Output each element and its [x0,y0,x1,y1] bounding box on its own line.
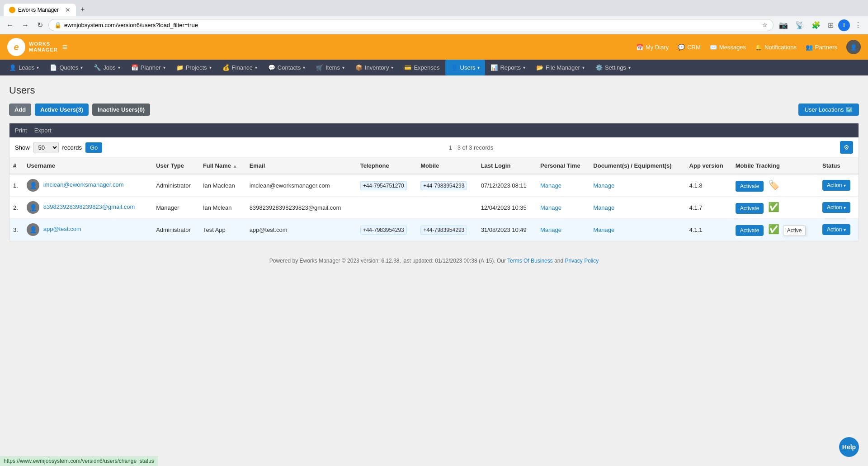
back-btn[interactable]: ← [4,19,16,31]
crm-link[interactable]: 💬 CRM [678,44,701,51]
tab-title: Eworks Manager [18,7,59,13]
nav-users[interactable]: 👤 Users ▾ [445,60,486,75]
nav-contacts[interactable]: 💬 Contacts ▾ [263,60,311,75]
notifications-link[interactable]: 🔔 Notifications [755,44,797,51]
row1-action-btn[interactable]: Action ▾ [822,180,850,191]
browser-controls: ← → ↻ 🔒 ewmjobsystem.com/version6/users?… [0,16,868,34]
cast-btn[interactable]: 📡 [793,19,807,31]
reload-btn[interactable]: ↻ [34,19,46,31]
address-bar[interactable]: 🔒 ewmjobsystem.com/version6/users?load_f… [48,19,774,31]
col-username: Username [23,158,152,174]
jobs-caret: ▾ [118,65,120,70]
row2-documents-link[interactable]: Manage [593,204,614,211]
nav-reports[interactable]: 📊 Reports ▾ [485,60,531,75]
row1-personal-time-link[interactable]: Manage [540,182,561,189]
row2-status-icon: ✅ [768,202,779,212]
row2-activate-btn[interactable]: Activate [736,203,764,214]
col-documents: Document(s) / Equipment(s) [590,158,685,174]
nav-projects[interactable]: 📁 Projects ▾ [171,60,217,75]
nav-items[interactable]: 🛒 Items ▾ [311,60,350,75]
avatar-icon: 👤 [850,44,857,51]
inactive-users-button[interactable]: Inactive Users(0) [92,104,150,116]
col-mobile-tracking: Mobile Tracking [732,158,819,174]
row2-num: 2. [9,197,23,219]
nav-inventory[interactable]: 📦 Inventory ▾ [350,60,399,75]
row3-activate-btn[interactable]: Activate [736,225,764,236]
extensions-btn[interactable]: 🧩 [809,19,823,31]
row3-full-name: Test App [199,219,246,241]
row3-username-link[interactable]: app@test.com [43,226,81,232]
active-users-button[interactable]: Active Users(3) [35,104,89,116]
row3-user-type: Administrator [152,219,199,241]
privacy-policy-link[interactable]: Privacy Policy [565,258,599,264]
footer-text-before: Powered by Eworks Manager © 2023 version… [269,258,507,264]
new-tab-btn[interactable]: + [76,3,89,16]
nav-jobs[interactable]: 🔧 Jobs ▾ [88,60,125,75]
expenses-icon: 💳 [404,64,411,71]
finance-icon: 💰 [222,64,230,71]
print-link[interactable]: Print [15,127,27,134]
nav-file-manager[interactable]: 📂 File Manager ▾ [531,60,590,75]
row2-mobile [417,197,477,219]
header-right: 📅 My Diary 💬 CRM ✉️ Messages 🔔 Notificat… [636,40,861,54]
row2-action-btn[interactable]: Action ▾ [822,202,850,213]
nav-planner[interactable]: 📅 Planner ▾ [126,60,171,75]
nav-leads[interactable]: 👤 Leads ▾ [4,60,44,75]
user-locations-button[interactable]: User Locations 🗺️ [798,104,859,116]
terms-of-business-link[interactable]: Terms Of Business [507,258,553,264]
row2-app-version: 4.1.7 [686,197,732,219]
sort-icon[interactable]: ▲ [233,164,237,169]
records-per-page-select[interactable]: 50 100 All [33,142,59,153]
bell-icon: 🔔 [755,44,762,51]
nav-quotes[interactable]: 📄 Quotes ▾ [44,60,88,75]
app-logo[interactable]: e WORKS MANAGER [7,38,58,56]
add-user-button[interactable]: Add [9,104,31,116]
row3-username: 👤 app@test.com [23,219,152,241]
row3-action-btn[interactable]: Action ▾ [822,224,850,235]
browser-chrome: Eworks Manager ✕ + [0,0,868,16]
partners-link[interactable]: 👥 Partners [806,44,837,51]
row2-email: 839823928398239823@gmail.com [246,197,357,219]
row2-username-link[interactable]: 839823928398239823@gmail.com [43,203,135,210]
sidebar-toggle-btn[interactable]: ⊞ [825,19,836,31]
diary-icon: 📅 [636,44,643,51]
row3-app-version: 4.1.1 [686,219,732,241]
my-diary-link[interactable]: 📅 My Diary [636,44,669,51]
table-header: # Username User Type Full Name ▲ Email T… [9,158,859,174]
row3-last-login: 31/08/2023 10:49 [477,219,537,241]
user-avatar[interactable]: 👤 [846,40,861,54]
row3-email: app@test.com [246,219,357,241]
hamburger-menu[interactable]: ≡ [62,42,68,52]
row2-user-type: Manager [152,197,199,219]
row3-status-icon: ✅ [768,224,779,234]
nav-finance[interactable]: 💰 Finance ▾ [217,60,263,75]
row1-documents-link[interactable]: Manage [593,182,614,189]
nav-expenses[interactable]: 💳 Expenses [399,60,445,75]
row1-activate-btn[interactable]: Activate [736,181,764,192]
row3-personal-time-link[interactable]: Manage [540,226,561,233]
table-settings-gear[interactable]: ⚙ [840,141,853,154]
row2-personal-time-link[interactable]: Manage [540,204,561,211]
row1-avatar: 👤 [27,179,39,192]
export-link[interactable]: Export [34,127,52,134]
row2-personal-time: Manage [537,197,590,219]
row1-username-link[interactable]: imclean@eworksmanager.com [43,181,124,188]
logo-text: WORKS MANAGER [29,41,58,53]
row2-status: Action ▾ [819,197,859,219]
inventory-icon: 📦 [355,64,363,71]
forward-btn[interactable]: → [19,19,32,31]
settings-caret: ▾ [628,65,631,70]
row3-documents-link[interactable]: Manage [593,226,614,233]
active-tab[interactable]: Eworks Manager ✕ [4,4,76,16]
url-input[interactable]: ewmjobsystem.com/version6/users?load_fil… [64,22,760,28]
tab-close-btn[interactable]: ✕ [65,6,71,14]
browser-menu-btn[interactable]: ⋮ [852,19,864,31]
nav-settings[interactable]: ⚙️ Settings ▾ [590,60,636,75]
browser-profile[interactable]: I [838,19,850,31]
table-options: Show 50 100 All records Go [15,142,102,153]
screenshot-btn[interactable]: 📷 [776,19,791,31]
items-caret: ▾ [342,65,344,70]
go-button[interactable]: Go [85,142,102,153]
messages-link[interactable]: ✉️ Messages [710,44,746,51]
reports-caret: ▾ [523,65,525,70]
